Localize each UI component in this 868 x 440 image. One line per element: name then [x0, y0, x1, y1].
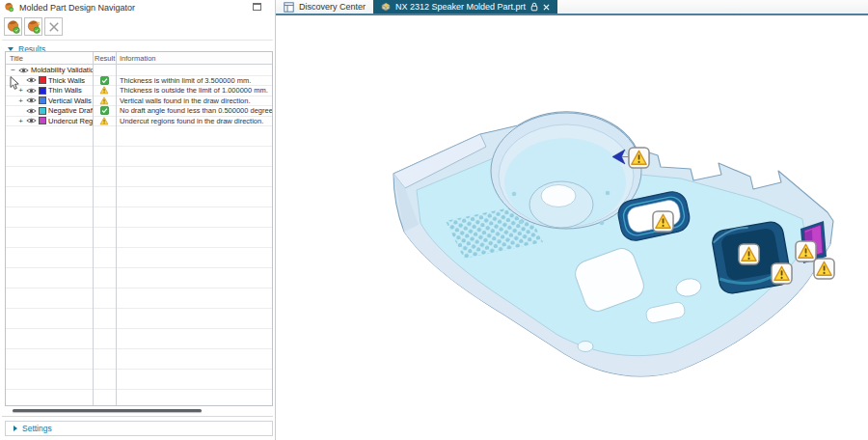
table-row-vertical-walls[interactable]: + Vertical Walls Vertical walls found in…	[6, 96, 272, 107]
row-title: Negative Draft	[48, 106, 93, 115]
column-divider	[116, 52, 117, 405]
column-header-result[interactable]: Result	[93, 54, 116, 63]
table-row-thick-walls[interactable]: Thick Walls Thickness is within limit of…	[6, 76, 272, 87]
visibility-eye-icon[interactable]	[26, 107, 37, 115]
column-header-title[interactable]: Title	[6, 54, 93, 63]
discovery-center-icon	[284, 2, 294, 13]
color-swatch	[39, 107, 46, 115]
table-row-undercut-regions[interactable]: + Undercut Regi... Undercut regions foun…	[6, 117, 272, 127]
warning-icon	[99, 117, 109, 125]
results-bottom-border	[2, 416, 273, 417]
color-swatch	[39, 117, 46, 124]
pass-icon	[100, 76, 109, 85]
row-info: Thickness is outside the limit of 1.0000…	[116, 86, 272, 95]
mouse-cursor	[10, 76, 20, 91]
color-swatch	[39, 76, 46, 84]
settings-label: Settings	[22, 424, 52, 433]
column-divider	[93, 52, 94, 405]
expand-toggle[interactable]: +	[17, 117, 24, 125]
color-swatch	[39, 96, 46, 104]
tab-discovery-center[interactable]: Discovery Center	[276, 0, 373, 14]
navigator-icon	[4, 2, 14, 13]
warning-badge[interactable]	[653, 211, 673, 232]
part-tab-bar: Discovery Center NX 2312 Speaker Molded …	[276, 0, 868, 15]
warning-badge[interactable]	[796, 241, 816, 261]
visibility-eye-icon[interactable]	[26, 96, 37, 104]
navigator-toolbar	[0, 14, 275, 39]
row-info: Undercut regions found in the draw direc…	[116, 117, 272, 125]
molded-part-design-navigator-panel: Molded Part Design Navigator Results Tit…	[0, 0, 276, 440]
table-header-row: Title Result Information	[6, 52, 272, 65]
tab-active-part[interactable]: NX 2312 Speaker Molded Part.prt	[373, 0, 557, 14]
table-row-moldability-validation[interactable]: − Moldability Validation	[6, 66, 272, 76]
warning-badge[interactable]	[814, 259, 834, 279]
row-title: Undercut Regi...	[48, 117, 93, 125]
delete-x-icon	[46, 19, 62, 35]
visibility-eye-icon[interactable]	[26, 87, 37, 95]
close-icon	[543, 4, 550, 11]
graphics-viewport[interactable]	[276, 15, 868, 440]
warning-badge[interactable]	[772, 263, 792, 284]
row-title: Moldability Validation	[31, 66, 93, 74]
visibility-eye-icon[interactable]	[26, 76, 37, 84]
part-file-icon	[381, 2, 391, 12]
update-validation-button[interactable]	[24, 17, 42, 36]
update-validation-icon	[26, 19, 41, 35]
panel-title: Molded Part Design Navigator	[19, 3, 135, 13]
visibility-eye-icon[interactable]	[18, 67, 29, 74]
visibility-eye-icon[interactable]	[26, 117, 37, 124]
warning-badge[interactable]	[739, 244, 759, 264]
pass-icon	[100, 106, 109, 115]
warning-icon	[99, 86, 109, 95]
expand-arrow-icon	[14, 426, 17, 431]
settings-section-header[interactable]: Settings	[5, 421, 273, 436]
results-table: Title Result Information − Moldability V…	[5, 51, 273, 406]
row-title: Vertical Walls	[48, 96, 92, 105]
validate-icon	[6, 19, 21, 35]
row-info: No draft angle found less than 0.500000 …	[116, 106, 272, 115]
lock-icon	[530, 2, 538, 12]
panel-title-bar: Molded Part Design Navigator	[0, 0, 275, 14]
horizontal-scrollbar-thumb[interactable]	[13, 409, 202, 412]
column-header-information[interactable]: Information	[116, 54, 272, 63]
table-row-thin-walls[interactable]: + Thin Walls Thickness is outside the li…	[6, 86, 272, 96]
delete-results-button[interactable]	[44, 17, 63, 36]
row-info: Vertical walls found in the draw directi…	[116, 96, 272, 105]
tab-label: Discovery Center	[299, 2, 366, 12]
warning-icon	[99, 96, 109, 105]
tab-label: NX 2312 Speaker Molded Part.prt	[395, 2, 526, 12]
table-row-negative-draft[interactable]: Negative Draft No draft angle found less…	[6, 106, 272, 117]
speaker-molded-part-model[interactable]	[276, 15, 868, 440]
table-body: − Moldability Validation Thick Walls Thi…	[6, 66, 272, 405]
expand-toggle[interactable]: +	[17, 96, 24, 105]
row-info: Thickness is within limit of 3.500000 mm…	[116, 76, 272, 85]
row-title: Thick Walls	[48, 76, 85, 85]
row-title: Thin Walls	[48, 86, 82, 95]
warning-badge[interactable]	[629, 148, 649, 168]
color-swatch	[39, 87, 46, 95]
undock-panel-button[interactable]	[253, 3, 261, 11]
validate-moldability-button[interactable]	[4, 17, 22, 36]
close-tab-button[interactable]	[543, 4, 550, 11]
collapse-toggle[interactable]: −	[10, 66, 16, 74]
horizontal-scrollbar-track[interactable]	[6, 409, 272, 413]
